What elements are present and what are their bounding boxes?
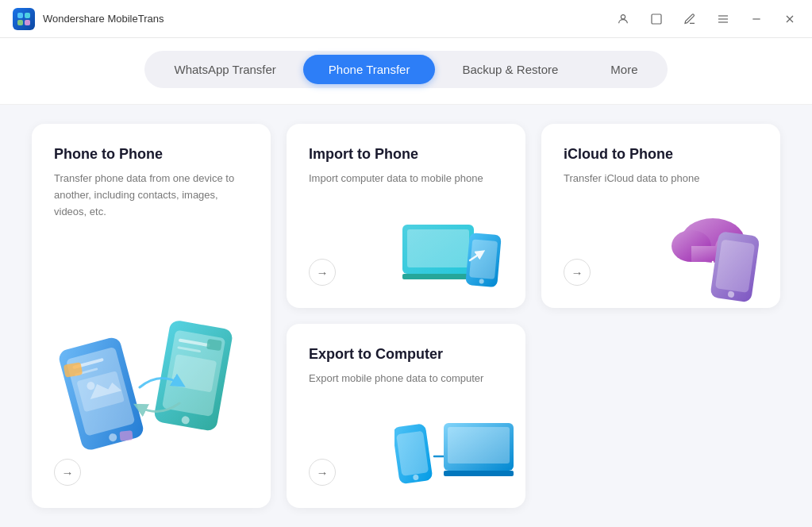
- svg-rect-31: [402, 274, 474, 279]
- card-title-export: Export to Computer: [309, 346, 503, 363]
- import-illustration: [394, 209, 521, 304]
- card-arrow-icloud[interactable]: →: [564, 259, 591, 286]
- svg-rect-27: [206, 339, 222, 351]
- svg-rect-3: [25, 20, 30, 25]
- svg-rect-48: [444, 471, 514, 476]
- icloud-illustration: [649, 209, 776, 304]
- svg-rect-0: [17, 13, 23, 18]
- nav-bar: WhatsApp Transfer Phone Transfer Backup …: [0, 38, 812, 105]
- card-import-to-phone[interactable]: Import to Phone Import computer data to …: [287, 124, 525, 308]
- card-title-phone-to-phone: Phone to Phone: [54, 146, 248, 163]
- title-bar: Wondershare MobileTrans: [0, 0, 812, 38]
- svg-rect-2: [17, 20, 23, 25]
- menu-button[interactable]: [714, 10, 733, 29]
- profile-button[interactable]: [614, 10, 633, 29]
- svg-rect-47: [448, 427, 510, 464]
- svg-rect-30: [407, 229, 469, 267]
- window-button[interactable]: [647, 10, 666, 29]
- app-title: Wondershare MobileTrans: [43, 13, 164, 25]
- card-arrow-export[interactable]: →: [309, 459, 336, 486]
- card-icloud-to-phone[interactable]: iCloud to Phone Transfer iCloud data to …: [541, 124, 780, 308]
- app-icon: [13, 8, 35, 30]
- title-bar-left: Wondershare MobileTrans: [13, 8, 164, 30]
- card-title-import: Import to Phone: [309, 146, 503, 163]
- card-desc-import: Import computer data to mobile phone: [309, 171, 503, 195]
- tab-whatsapp[interactable]: WhatsApp Transfer: [148, 55, 301, 84]
- svg-rect-28: [119, 430, 133, 440]
- card-export-to-computer[interactable]: Export to Computer Export mobile phone d…: [287, 324, 525, 508]
- svg-rect-41: [715, 240, 755, 293]
- phone-to-phone-illustration: [48, 292, 255, 467]
- svg-point-4: [621, 14, 625, 18]
- title-bar-controls: [614, 10, 799, 29]
- card-title-icloud: iCloud to Phone: [564, 146, 758, 163]
- card-desc-icloud: Transfer iCloud data to phone: [564, 171, 758, 195]
- svg-rect-5: [652, 14, 661, 24]
- cards-grid: Phone to Phone Transfer phone data from …: [32, 124, 780, 508]
- card-desc-export: Export mobile phone data to computer: [309, 371, 503, 395]
- edit-button[interactable]: [680, 10, 699, 29]
- svg-rect-33: [469, 239, 498, 279]
- card-desc-phone-to-phone: Transfer phone data from one device to a…: [54, 171, 248, 300]
- tab-backup[interactable]: Backup & Restore: [437, 55, 583, 84]
- close-button[interactable]: [780, 10, 799, 29]
- minimize-button[interactable]: [747, 10, 766, 29]
- tab-phone[interactable]: Phone Transfer: [303, 55, 436, 84]
- svg-rect-1: [25, 13, 30, 18]
- card-phone-to-phone[interactable]: Phone to Phone Transfer phone data from …: [32, 124, 271, 508]
- nav-tabs: WhatsApp Transfer Phone Transfer Backup …: [144, 51, 667, 88]
- main-content: Phone to Phone Transfer phone data from …: [0, 105, 812, 527]
- card-arrow-import[interactable]: →: [309, 259, 336, 286]
- tab-more[interactable]: More: [585, 55, 663, 84]
- export-illustration: [394, 409, 521, 504]
